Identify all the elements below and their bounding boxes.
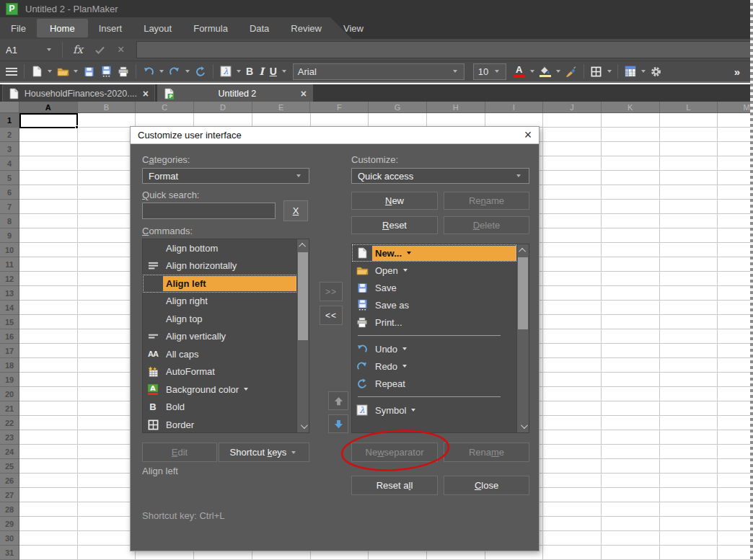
- italic-button[interactable]: I: [256, 66, 267, 77]
- chevron-down-icon[interactable]: [74, 70, 78, 73]
- row-header-13[interactable]: 13: [0, 286, 19, 301]
- menu-file[interactable]: File: [0, 17, 37, 39]
- customize-dropdown[interactable]: Quick access: [351, 168, 529, 184]
- row-header-30[interactable]: 30: [0, 531, 19, 546]
- command-align-left[interactable]: Align left: [143, 275, 296, 293]
- row-header-21[interactable]: 21: [0, 401, 19, 416]
- row-header-3[interactable]: 3: [0, 142, 19, 156]
- print-button[interactable]: [115, 62, 132, 81]
- add-command-button[interactable]: >>: [320, 282, 343, 301]
- bold-button[interactable]: B: [243, 66, 256, 77]
- tab-close-icon[interactable]: ×: [143, 88, 149, 99]
- quick-access-item-undo[interactable]: Undo: [352, 340, 516, 357]
- row-header-15[interactable]: 15: [0, 315, 19, 329]
- chevron-down-icon[interactable]: [282, 70, 286, 73]
- borders-button[interactable]: [588, 62, 605, 81]
- row-header-9[interactable]: 9: [0, 228, 19, 243]
- chevron-down-icon[interactable]: [607, 70, 612, 73]
- move-up-button[interactable]: [328, 391, 348, 410]
- scroll-down-button[interactable]: [297, 420, 309, 432]
- row-header-28[interactable]: 28: [0, 502, 19, 517]
- row-header-7[interactable]: 7: [0, 200, 19, 214]
- row-header-5[interactable]: 5: [0, 171, 19, 185]
- scrollbar-thumb[interactable]: [518, 257, 528, 329]
- column-header-a[interactable]: A: [19, 102, 78, 112]
- chevron-down-icon[interactable]: [530, 70, 534, 73]
- quick-access-item-save[interactable]: Save: [352, 279, 516, 296]
- commands-list[interactable]: Align bottomAlign horizontallyAlign left…: [142, 239, 309, 433]
- underline-button[interactable]: U: [267, 66, 280, 77]
- undo-button[interactable]: [140, 62, 157, 81]
- chevron-down-icon[interactable]: [48, 70, 52, 73]
- insert-symbol-button[interactable]: λ: [217, 62, 234, 81]
- customize-scrollbar[interactable]: [516, 244, 529, 432]
- row-header-20[interactable]: 20: [0, 387, 19, 401]
- column-header-h[interactable]: H: [427, 102, 485, 112]
- row-header-12[interactable]: 12: [0, 272, 19, 286]
- menu-layout[interactable]: Layout: [133, 17, 182, 39]
- row-header-19[interactable]: 19: [0, 373, 19, 387]
- quick-access-item-save-as[interactable]: Save as: [352, 296, 516, 314]
- confirm-entry-button[interactable]: [89, 46, 111, 54]
- menu-view[interactable]: View: [333, 17, 374, 39]
- rename-item-button[interactable]: Rename: [444, 443, 529, 462]
- reset-button[interactable]: Reset: [351, 216, 438, 234]
- clear-search-button[interactable]: X: [283, 200, 308, 221]
- new-document-button[interactable]: [28, 62, 45, 81]
- commands-scrollbar[interactable]: [296, 239, 309, 432]
- cell-reference-box[interactable]: A1: [1, 41, 58, 58]
- column-header-k[interactable]: K: [602, 102, 660, 112]
- fill-handle[interactable]: [75, 125, 79, 129]
- scroll-up-button[interactable]: [297, 239, 309, 252]
- menu-formula[interactable]: Formula: [182, 17, 239, 39]
- repeat-button[interactable]: [192, 62, 209, 81]
- command-bold[interactable]: BBold: [143, 399, 296, 417]
- quick-access-item-repeat[interactable]: Repeat: [352, 375, 516, 392]
- document-tab[interactable]: PUntitled 2×: [157, 84, 313, 102]
- edit-button[interactable]: Edit: [142, 443, 217, 462]
- format-painter-button[interactable]: [563, 62, 580, 81]
- redo-button[interactable]: [166, 62, 183, 81]
- new-separator-button[interactable]: New separator: [351, 443, 438, 462]
- command-autoformat[interactable]: AutoFormat: [143, 363, 296, 381]
- insert-function-button[interactable]: fx: [67, 43, 89, 56]
- save-button[interactable]: [80, 62, 97, 81]
- shortcut-keys-button[interactable]: Shortcut keys: [219, 443, 309, 462]
- delete-button[interactable]: Delete: [444, 216, 529, 234]
- new-button[interactable]: New: [351, 192, 438, 210]
- column-header-j[interactable]: J: [543, 102, 602, 112]
- scroll-down-button[interactable]: [517, 420, 529, 432]
- command-align-vertically[interactable]: Align vertically: [143, 328, 296, 346]
- menu-home[interactable]: Home: [37, 19, 88, 37]
- column-header-c[interactable]: C: [136, 102, 194, 112]
- customize-items-list[interactable]: New...OpenSaveSave asPrint...UndoRedoRep…: [351, 244, 529, 433]
- scrollbar-thumb[interactable]: [298, 252, 308, 340]
- quick-access-item-symbol[interactable]: λSymbol: [352, 401, 516, 419]
- highlight-color-button[interactable]: [537, 62, 554, 81]
- toolbar-overflow-button[interactable]: »: [734, 66, 740, 78]
- column-header-m[interactable]: M: [718, 102, 753, 112]
- open-button[interactable]: [54, 62, 71, 81]
- scroll-up-button[interactable]: [517, 244, 529, 257]
- menu-review[interactable]: Review: [280, 17, 333, 39]
- quick-access-item-new[interactable]: New...: [352, 244, 516, 262]
- cancel-entry-button[interactable]: ×: [111, 43, 131, 56]
- row-header-25[interactable]: 25: [0, 459, 19, 474]
- column-header-f[interactable]: F: [310, 102, 369, 112]
- column-header-b[interactable]: B: [78, 102, 136, 112]
- row-header-23[interactable]: 23: [0, 430, 19, 445]
- quick-access-item-open[interactable]: Open: [352, 262, 516, 279]
- save-as-button[interactable]: [97, 62, 115, 81]
- command-background-color[interactable]: ABackground color: [143, 381, 296, 399]
- menu-data[interactable]: Data: [239, 17, 280, 39]
- font-name-combobox[interactable]: Arial: [293, 63, 464, 80]
- chevron-down-icon[interactable]: [47, 48, 51, 51]
- close-button[interactable]: Close: [444, 476, 529, 495]
- command-border[interactable]: Border: [143, 416, 296, 433]
- row-header-11[interactable]: 11: [0, 257, 19, 272]
- row-header-8[interactable]: 8: [0, 214, 19, 228]
- row-header-24[interactable]: 24: [0, 445, 19, 459]
- rename-toolbar-button[interactable]: Rename: [444, 192, 529, 210]
- quick-access-item-redo[interactable]: Redo: [352, 357, 516, 375]
- row-header-1[interactable]: 1: [0, 113, 19, 128]
